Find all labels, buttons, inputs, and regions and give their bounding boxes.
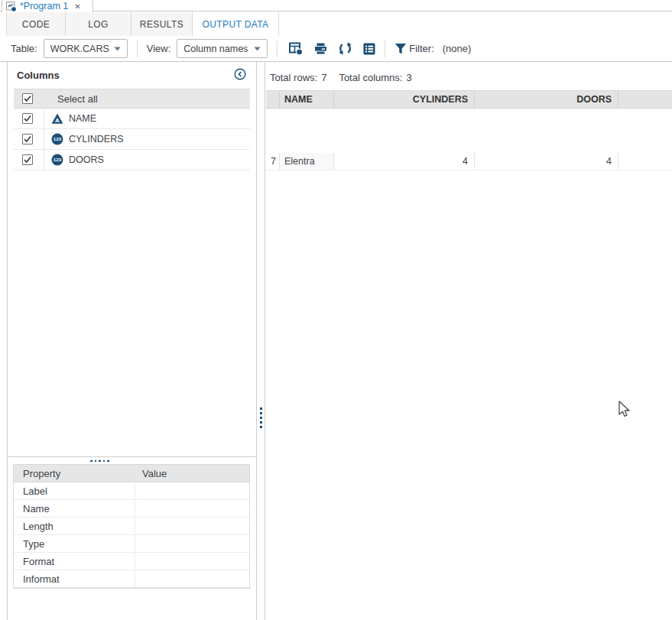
row-filler-cell xyxy=(618,153,672,170)
svg-text:123: 123 xyxy=(54,157,62,162)
column-name-label: NAME xyxy=(69,113,96,124)
output-data-body: Columns Select allANAME123CYLINDERS123DO… xyxy=(0,62,672,620)
print-icon[interactable] xyxy=(314,42,327,55)
view-dropdown-value: Column names xyxy=(183,44,248,54)
horizontal-splitter-handle[interactable] xyxy=(90,459,109,463)
sas-studio-window: *Program 1 ✕ CODELOGRESULTSOUTPUT DATA T… xyxy=(0,0,672,620)
total-columns-label: Total columns: xyxy=(339,72,402,83)
select-all-checkbox-cell xyxy=(14,89,44,108)
value-header-cell: Value xyxy=(135,465,249,482)
column-list-item-doors[interactable]: 123DOORS xyxy=(14,150,250,170)
column-checkbox-name[interactable] xyxy=(22,113,33,124)
mouse-cursor xyxy=(618,401,631,421)
tab-label: OUTPUT DATA xyxy=(202,19,268,30)
select-all-row[interactable]: Select all xyxy=(14,89,250,109)
property-row-informat: Informat xyxy=(14,570,249,588)
toolbar-separator xyxy=(385,41,385,57)
properties-icon[interactable] xyxy=(363,43,375,55)
total-columns-value: 3 xyxy=(406,72,411,83)
output-data-toolbar: Table: WORK.CARS View: Column names xyxy=(0,36,672,62)
property-row-label: Label xyxy=(14,482,249,500)
tab-output-data[interactable]: OUTPUT DATA xyxy=(193,12,279,36)
svg-text:123: 123 xyxy=(54,136,62,141)
property-row-type: Type xyxy=(14,535,249,553)
property-name-cell: Length xyxy=(14,521,135,532)
table-dropdown-value: WORK.CARS xyxy=(50,44,109,54)
vertical-splitter-handle[interactable] xyxy=(258,407,264,430)
tab-label: RESULTS xyxy=(140,19,183,30)
columns-pane: Columns Select allANAME123CYLINDERS123DO… xyxy=(7,62,257,620)
name-cell[interactable]: Elentra xyxy=(279,153,333,170)
property-header-cell: Property xyxy=(14,468,135,479)
column-properties-table: PropertyValueLabelNameLengthTypeFormatIn… xyxy=(13,464,250,589)
property-value-cell xyxy=(135,518,249,534)
doors-cell[interactable]: 4 xyxy=(474,153,618,170)
row-number-cell[interactable]: 7 xyxy=(266,153,279,170)
pane-divider xyxy=(8,456,256,457)
filter-label: Filter: xyxy=(409,43,434,54)
collapse-pane-icon[interactable] xyxy=(234,68,246,80)
table-label: Table: xyxy=(11,43,37,54)
tab-label: CODE xyxy=(22,19,50,30)
property-value-cell xyxy=(135,570,249,587)
table-options-icon[interactable] xyxy=(289,42,303,55)
numeric-type-icon: 123 xyxy=(51,133,63,145)
property-name-cell: Name xyxy=(14,503,135,515)
column-checkbox-cell xyxy=(14,109,44,128)
toolbar-separator xyxy=(137,41,138,57)
view-dropdown[interactable]: Column names xyxy=(177,39,268,58)
view-tabbar: CODELOGRESULTSOUTPUT DATA xyxy=(0,12,672,36)
refresh-icon[interactable] xyxy=(339,42,352,55)
property-row-length: Length xyxy=(14,518,249,535)
chevron-down-icon xyxy=(114,47,121,51)
header-filler-cell xyxy=(618,91,672,108)
property-name-cell: Label xyxy=(14,485,135,497)
column-checkbox-cylinders[interactable] xyxy=(22,134,33,144)
cylinders-cell[interactable]: 4 xyxy=(333,153,474,170)
property-name-cell: Format xyxy=(14,556,135,567)
column-checkbox-doors[interactable] xyxy=(22,154,33,165)
filter-funnel-icon xyxy=(394,43,407,55)
column-name-label: CYLINDERS xyxy=(69,134,124,144)
column-header-cylinders[interactable]: CYLINDERS xyxy=(333,91,474,108)
table-summary: Total rows: 7 Total columns: 3 xyxy=(270,72,412,83)
total-rows-label: Total rows: xyxy=(270,72,317,83)
table-dropdown[interactable]: WORK.CARS xyxy=(44,39,128,58)
data-grid-header-row: NAMECYLINDERSDOORS xyxy=(266,91,672,109)
program-tab-close-icon[interactable]: ✕ xyxy=(74,2,80,11)
data-grid: NAMECYLINDERSDOORS1Miata422Sonata443Corv… xyxy=(266,90,672,109)
character-type-icon: A xyxy=(51,113,63,125)
program-tab-title: *Program 1 xyxy=(20,1,68,11)
columns-list: Select allANAME123CYLINDERS123DOORS xyxy=(14,89,250,170)
tab-log[interactable]: LOG xyxy=(66,12,131,36)
property-row-name: Name xyxy=(14,500,249,518)
column-list-item-name[interactable]: ANAME xyxy=(14,109,250,129)
numeric-type-icon: 123 xyxy=(51,154,63,166)
column-name-label: DOORS xyxy=(69,154,104,165)
view-label: View: xyxy=(147,43,171,54)
property-value-cell xyxy=(135,482,249,499)
program-icon xyxy=(6,2,16,11)
property-value-cell xyxy=(135,535,249,552)
select-all-checkbox[interactable] xyxy=(22,93,33,104)
chevron-down-icon xyxy=(254,47,261,51)
row-number-header-cell[interactable] xyxy=(266,91,279,108)
tab-results[interactable]: RESULTS xyxy=(131,12,193,36)
tab-code[interactable]: CODE xyxy=(6,12,66,36)
data-grid-pane: Total rows: 7 Total columns: 3 NAMECYLIN… xyxy=(265,62,672,620)
property-name-cell: Type xyxy=(14,538,135,550)
data-row-7[interactable]: 7Elentra44 xyxy=(266,153,672,170)
property-value-cell xyxy=(135,553,249,570)
property-name-cell: Informat xyxy=(14,573,135,585)
column-header-doors[interactable]: DOORS xyxy=(474,91,618,108)
program-tab[interactable]: *Program 1 ✕ xyxy=(2,0,93,12)
columns-panel-title: Columns xyxy=(17,70,60,81)
column-checkbox-cell xyxy=(14,150,44,170)
property-row-format: Format xyxy=(14,553,249,570)
filter-value[interactable]: (none) xyxy=(443,43,472,54)
toolbar-separator xyxy=(277,41,278,57)
column-list-item-cylinders[interactable]: 123CYLINDERS xyxy=(14,129,250,150)
column-header-name[interactable]: NAME xyxy=(279,91,333,108)
properties-header-row: PropertyValue xyxy=(14,465,249,482)
property-value-cell xyxy=(135,500,249,517)
